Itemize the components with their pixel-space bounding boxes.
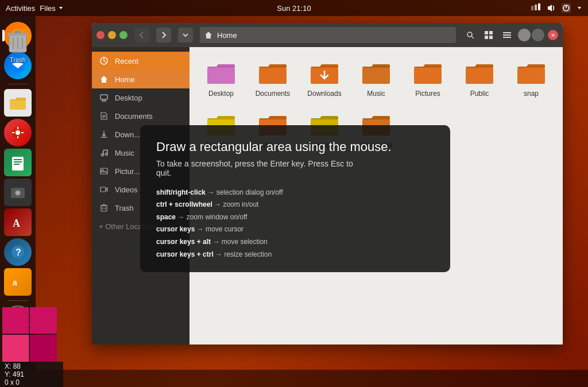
coord-x: X: 88 — [5, 362, 59, 370]
menu-button[interactable] — [500, 28, 514, 42]
dock-libreoffice[interactable] — [4, 149, 32, 176]
sidebar-music-label: Music — [115, 149, 134, 157]
svg-rect-41 — [503, 37, 511, 38]
dock-amazon[interactable]: a — [4, 268, 32, 296]
svg-rect-36 — [489, 31, 493, 34]
svg-rect-13 — [17, 136, 18, 138]
folder-pictures-label: Pictures — [415, 90, 440, 98]
svg-point-33 — [467, 32, 472, 37]
svg-rect-37 — [485, 36, 488, 39]
network-icon[interactable] — [531, 3, 541, 13]
sidebar-item-documents[interactable]: Documents — [92, 107, 189, 125]
search-button[interactable] — [463, 28, 478, 42]
screenshot-shortcuts: shift/right-click → selection dialog on/… — [156, 187, 434, 261]
topbar-menu-arrow-icon[interactable] — [577, 5, 582, 11]
svg-rect-71 — [2, 307, 29, 334]
folder-snap-icon — [515, 60, 547, 87]
trash-sidebar-icon — [99, 203, 109, 213]
sidebar-desktop-label: Desktop — [115, 94, 142, 102]
svg-rect-15 — [21, 132, 24, 133]
svg-rect-55 — [100, 187, 106, 192]
svg-rect-12 — [17, 127, 18, 129]
dock-settings[interactable] — [4, 119, 32, 146]
power-icon[interactable] — [562, 3, 571, 13]
location-bar[interactable]: Home — [200, 27, 456, 43]
window-x-close-button[interactable]: ✕ — [548, 30, 558, 40]
files-menu[interactable]: Files — [40, 4, 63, 13]
top-bar: Activities Files Sun 21:10 — [0, 0, 588, 16]
svg-rect-39 — [503, 32, 511, 33]
svg-rect-19 — [14, 164, 20, 165]
dock-help[interactable]: ? — [4, 238, 32, 266]
nav-down-button[interactable] — [178, 28, 193, 42]
folder-downloads-icon — [308, 60, 341, 87]
svg-rect-53 — [100, 168, 107, 174]
shortcut-item-0: shift/right-click → selection dialog on/… — [156, 187, 434, 199]
svg-rect-35 — [485, 31, 488, 34]
svg-point-51 — [101, 154, 103, 156]
folder-public[interactable]: Public — [457, 56, 502, 101]
sidebar-home-label: Home — [115, 75, 135, 84]
coordinates-bar: X: 88 Y: 491 0 x 0 — [0, 362, 63, 387]
downloads-sidebar-icon — [99, 129, 109, 140]
shortcut-item-4: cursor keys + alt → move selection — [156, 236, 434, 249]
volume-icon[interactable] — [547, 3, 556, 13]
videos-sidebar-icon — [99, 184, 109, 195]
folder-music-icon — [360, 60, 392, 87]
top-bar-clock: Sun 21:10 — [277, 4, 311, 13]
svg-rect-72 — [30, 307, 57, 334]
sidebar-item-recent[interactable]: Recent — [92, 52, 189, 70]
files-menu-label: Files — [40, 4, 55, 13]
window-maximize-button[interactable] — [119, 31, 127, 39]
pictures-sidebar-icon — [99, 166, 109, 176]
bottom-taskbar — [0, 370, 588, 387]
desktop-sidebar-icon — [99, 92, 109, 103]
svg-text:A: A — [13, 218, 20, 229]
svg-rect-56 — [101, 206, 107, 211]
color-thumbnail — [2, 307, 57, 362]
svg-rect-74 — [30, 335, 57, 362]
file-manager-header: Home — [92, 23, 563, 47]
svg-rect-14 — [12, 132, 14, 133]
view-toggle-button[interactable] — [481, 28, 496, 42]
trash-label: Trash — [10, 56, 26, 63]
svg-rect-17 — [14, 159, 22, 160]
svg-rect-63 — [362, 68, 390, 84]
nav-forward-button[interactable] — [156, 28, 171, 42]
folder-pictures[interactable]: Pictures — [405, 56, 450, 101]
nav-back-button[interactable] — [134, 28, 149, 42]
folder-snap[interactable]: snap — [509, 56, 554, 101]
trash-icon[interactable] — [4, 28, 32, 55]
activities-button[interactable]: Activities — [6, 4, 35, 13]
svg-rect-73 — [2, 335, 29, 362]
home-sidebar-icon — [99, 74, 109, 84]
folder-pictures-icon — [412, 60, 444, 87]
coord-size: 0 x 0 — [5, 378, 59, 386]
folder-documents-label: Documents — [256, 90, 291, 98]
coord-y: Y: 491 — [5, 370, 59, 378]
screenshot-title: Draw a rectangular area using the mouse. — [156, 139, 434, 156]
dock-files[interactable] — [4, 89, 32, 117]
dock-photos[interactable] — [4, 179, 32, 206]
folder-desktop[interactable]: Desktop — [199, 56, 243, 101]
sidebar-item-desktop[interactable]: Desktop — [92, 88, 189, 107]
recent-icon — [99, 56, 109, 66]
folder-downloads[interactable]: Downloads — [302, 56, 347, 101]
svg-point-11 — [16, 130, 20, 135]
sidebar-item-home[interactable]: Home — [92, 70, 189, 88]
screenshot-tool-overlay: Draw a rectangular area using the mouse.… — [140, 125, 450, 272]
window-close-button[interactable] — [96, 31, 105, 39]
screenshot-subtitle: To take a screenshot, press the Enter ke… — [156, 159, 434, 177]
folder-music[interactable]: Music — [354, 56, 399, 101]
sidebar-documents-label: Documents — [115, 112, 153, 121]
svg-rect-65 — [466, 68, 493, 84]
svg-rect-18 — [14, 161, 22, 162]
svg-rect-1 — [535, 5, 537, 10]
window-minimize-button[interactable] — [108, 31, 116, 39]
folder-documents[interactable]: Documents — [250, 56, 295, 101]
shortcut-item-5: cursor keys + ctrl → resize selection — [156, 249, 434, 261]
files-menu-arrow-icon — [58, 5, 64, 11]
dock-font[interactable]: A — [4, 208, 32, 236]
svg-rect-66 — [517, 68, 545, 84]
svg-rect-61 — [259, 68, 287, 84]
